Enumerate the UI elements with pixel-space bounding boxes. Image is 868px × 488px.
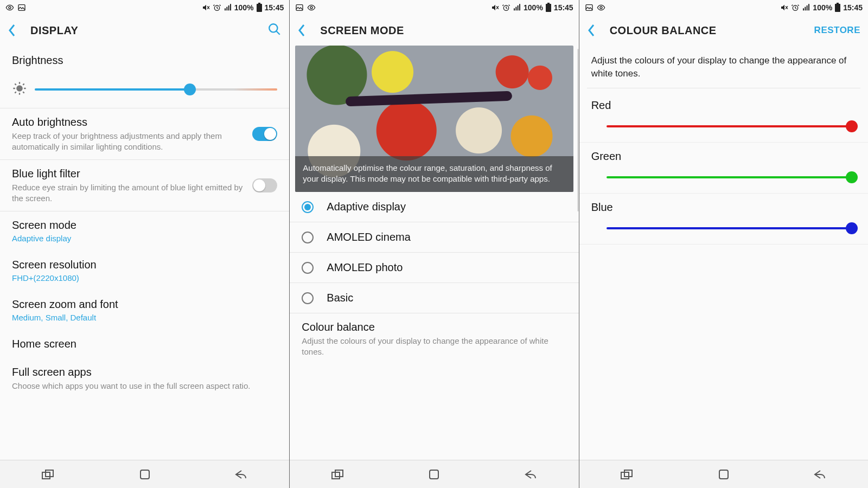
signal-icon	[224, 3, 232, 12]
brightness-section: Brightness	[0, 46, 289, 72]
svg-rect-32	[808, 4, 809, 10]
clock: 15:45	[843, 3, 863, 12]
colour-channel-blue: Blue	[579, 194, 868, 245]
svg-rect-34	[837, 3, 839, 4]
screen-resolution-value: FHD+(2220x1080)	[12, 273, 277, 282]
screen-mode-item[interactable]: Screen mode Adaptive display	[0, 211, 289, 251]
svg-rect-29	[803, 8, 804, 10]
svg-point-27	[600, 7, 602, 9]
home-screen-item[interactable]: Home screen	[0, 330, 289, 358]
picture-icon	[17, 3, 26, 12]
screen-mode-option[interactable]: AMOLED photo	[290, 253, 578, 283]
page-title: COLOUR BALANCE	[610, 24, 814, 37]
colour-channel-red: Red	[579, 92, 868, 143]
screen-mode-option[interactable]: Basic	[290, 283, 578, 313]
alarm-icon	[502, 3, 510, 12]
radio-icon	[302, 232, 314, 243]
header-screen-mode: SCREEN MODE	[290, 15, 578, 46]
channel-label: Red	[591, 99, 856, 112]
channel-slider[interactable]	[607, 119, 852, 133]
alarm-icon	[791, 3, 800, 12]
brightness-slider[interactable]	[35, 83, 277, 96]
restore-button[interactable]: RESTORE	[814, 25, 860, 36]
brightness-label: Brightness	[12, 54, 277, 67]
radio-label: Adaptive display	[327, 201, 406, 213]
svg-rect-4	[226, 7, 227, 11]
mute-icon	[491, 3, 500, 12]
svg-rect-19	[518, 5, 519, 10]
header-colour-balance: COLOUR BALANCE RESTORE	[579, 15, 868, 46]
svg-rect-22	[547, 3, 550, 4]
nav-back-button[interactable]	[798, 469, 841, 480]
brightness-icon	[12, 81, 27, 98]
screen-mode-option[interactable]: Adaptive display	[290, 192, 578, 222]
svg-rect-25	[430, 470, 438, 479]
signal-icon	[802, 3, 810, 12]
recent-apps-button[interactable]	[27, 469, 70, 480]
auto-brightness-title: Auto brightness	[12, 116, 246, 129]
channel-slider[interactable]	[607, 170, 852, 184]
svg-rect-33	[835, 4, 840, 12]
svg-point-10	[16, 85, 23, 92]
radio-icon	[302, 292, 314, 304]
blue-light-item[interactable]: Blue light filter Reduce eye strain by l…	[0, 159, 289, 211]
zoom-font-item[interactable]: Screen zoom and font Medium, Small, Defa…	[0, 290, 289, 330]
auto-brightness-item[interactable]: Auto brightness Keep track of your brigh…	[0, 108, 289, 159]
svg-rect-13	[141, 470, 149, 479]
pane-colour-balance: 100% 15:45 COLOUR BALANCE RESTORE Adjust…	[579, 0, 868, 488]
channel-label: Blue	[591, 201, 856, 214]
svg-rect-37	[719, 470, 728, 479]
radio-icon	[302, 262, 314, 274]
home-button[interactable]	[123, 468, 167, 480]
svg-rect-7	[257, 4, 262, 12]
screen-mode-option[interactable]: AMOLED cinema	[290, 222, 578, 253]
svg-point-0	[9, 7, 11, 9]
radio-icon	[302, 201, 314, 213]
back-button[interactable]	[8, 23, 24, 37]
battery-icon	[834, 3, 841, 12]
channel-slider[interactable]	[607, 221, 852, 235]
nav-bar	[290, 460, 578, 488]
battery-percent: 100%	[813, 3, 832, 12]
search-button[interactable]	[267, 22, 282, 38]
header-display: DISPLAY	[0, 15, 289, 46]
radio-label: Basic	[327, 292, 353, 304]
svg-rect-31	[807, 5, 808, 10]
zoom-font-value: Medium, Small, Default	[12, 313, 277, 322]
svg-point-15	[310, 7, 312, 9]
blue-light-toggle[interactable]	[252, 178, 277, 192]
status-bar: 100% 15:45	[0, 0, 289, 15]
alarm-icon	[213, 3, 221, 12]
svg-rect-8	[258, 3, 260, 4]
eye-icon	[307, 3, 316, 12]
page-title: SCREEN MODE	[320, 24, 571, 37]
colour-channel-green: Green	[579, 143, 868, 194]
mute-icon	[202, 3, 210, 12]
recent-apps-button[interactable]	[316, 469, 360, 480]
clock: 15:45	[265, 3, 284, 12]
battery-icon	[545, 3, 552, 12]
back-button[interactable]	[297, 23, 314, 37]
home-button[interactable]	[412, 468, 456, 480]
blue-light-title: Blue light filter	[12, 168, 246, 180]
battery-icon	[256, 3, 263, 12]
picture-icon	[295, 3, 304, 12]
auto-brightness-desc: Keep track of your brightness adjustment…	[12, 131, 246, 152]
colour-balance-item[interactable]: Colour balance Adjust the colours of you…	[290, 313, 578, 364]
nav-back-button[interactable]	[219, 469, 263, 480]
colour-balance-desc: Adjust the colours of your display to ch…	[579, 46, 868, 85]
recent-apps-button[interactable]	[605, 469, 649, 480]
nav-back-button[interactable]	[509, 469, 552, 480]
svg-rect-3	[225, 8, 226, 10]
screen-resolution-item[interactable]: Screen resolution FHD+(2220x1080)	[0, 251, 289, 290]
svg-rect-30	[805, 7, 806, 11]
radio-label: AMOLED photo	[327, 261, 403, 274]
auto-brightness-toggle[interactable]	[252, 127, 277, 141]
svg-point-9	[270, 24, 278, 32]
home-button[interactable]	[702, 468, 745, 480]
svg-rect-20	[519, 4, 520, 10]
full-screen-apps-item[interactable]: Full screen apps Choose which apps you w…	[0, 358, 289, 399]
back-button[interactable]	[587, 23, 603, 37]
channel-label: Green	[591, 150, 856, 163]
clock: 15:45	[554, 3, 573, 12]
